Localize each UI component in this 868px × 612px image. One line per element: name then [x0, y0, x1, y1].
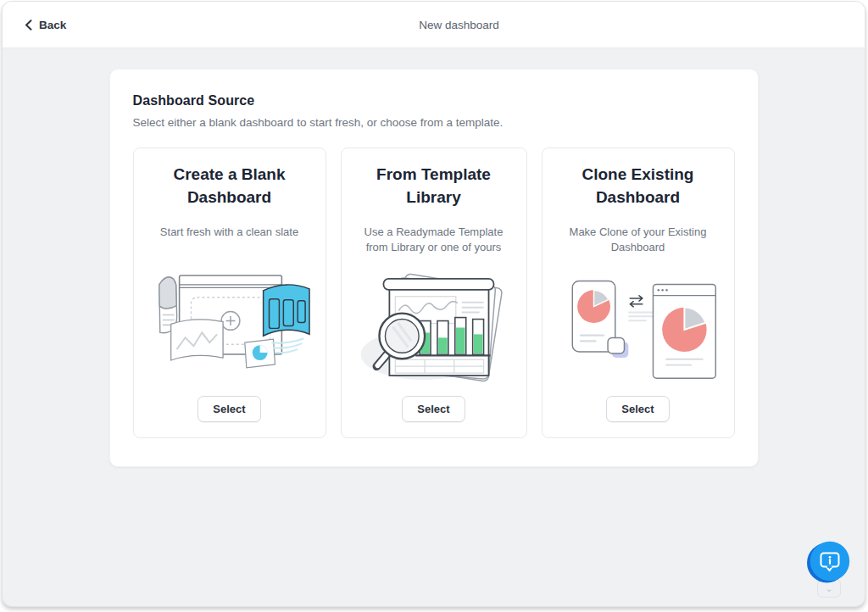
card-title: Clone Existing Dashboard: [562, 164, 715, 209]
option-card-template: From Template Library Use a Readymade Te…: [341, 147, 527, 438]
chat-info-icon: [807, 540, 851, 584]
card-description: Make Clone of your Existing Dashboard: [554, 225, 722, 256]
page-title: New dashboard: [419, 19, 499, 31]
dashboard-source-panel: Dashboard Source Select either a blank d…: [109, 69, 759, 467]
swap-arrows-icon: [630, 296, 643, 307]
chat-widget: ⌄: [806, 540, 852, 599]
select-template-button[interactable]: Select: [402, 396, 465, 422]
blank-dashboard-illustration: [146, 264, 314, 371]
option-card-clone: Clone Existing Dashboard Make Clone of y…: [542, 147, 735, 438]
card-description: Start fresh with a clean slate: [160, 225, 298, 240]
panel-subheading: Select either a blank dashboard to start…: [133, 116, 735, 129]
select-blank-button[interactable]: Select: [198, 396, 260, 422]
card-illustration-wrap: [146, 240, 314, 396]
card-illustration-wrap: [554, 256, 722, 396]
card-description: Use a Readymade Template from Library or…: [353, 225, 515, 256]
app-window: Back New dashboard Dashboard Source Sele…: [2, 1, 865, 607]
pie-chip-card: [244, 339, 275, 368]
template-library-illustration: [353, 269, 515, 382]
panel-heading: Dashboard Source: [133, 93, 735, 108]
browser-frame: [653, 285, 715, 379]
back-label: Back: [39, 19, 66, 31]
square-chip: [608, 338, 624, 353]
option-card-blank: Create a Blank Dashboard Start fresh wit…: [133, 147, 326, 438]
card-title: Create a Blank Dashboard: [153, 164, 306, 209]
gray-lines: [628, 313, 653, 321]
clone-dashboard-illustration: [554, 268, 722, 383]
chat-launcher-button[interactable]: [807, 540, 851, 584]
card-illustration-wrap: [353, 256, 515, 396]
card-title: From Template Library: [358, 164, 510, 209]
chevron-left-icon: [25, 19, 32, 31]
top-bar: Back New dashboard: [3, 2, 865, 48]
option-cards-row: Create a Blank Dashboard Start fresh wit…: [133, 147, 735, 438]
select-clone-button[interactable]: Select: [606, 396, 669, 422]
back-button[interactable]: Back: [23, 15, 68, 35]
line-chart-card: [170, 320, 222, 360]
